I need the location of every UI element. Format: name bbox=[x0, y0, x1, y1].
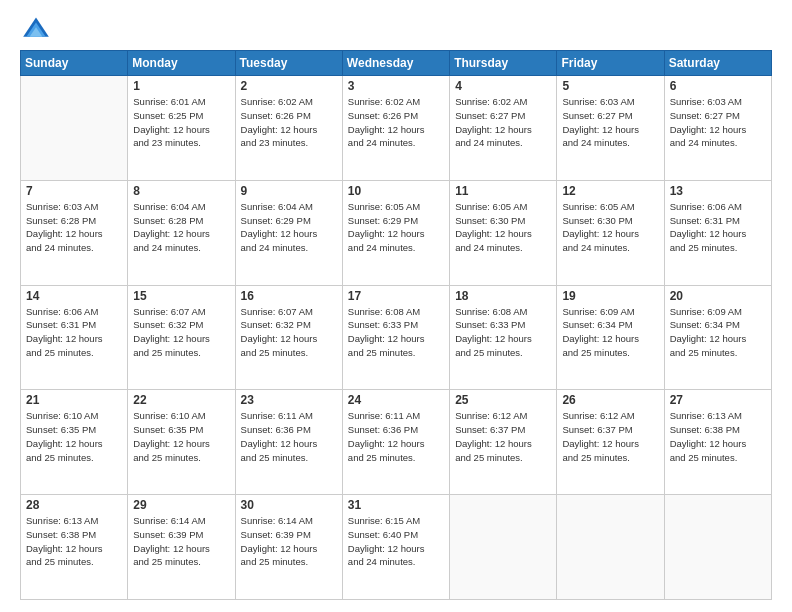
day-number: 12 bbox=[562, 184, 658, 198]
day-info: Sunrise: 6:04 AMSunset: 6:29 PMDaylight:… bbox=[241, 200, 337, 255]
day-number: 20 bbox=[670, 289, 766, 303]
day-info: Sunrise: 6:02 AMSunset: 6:26 PMDaylight:… bbox=[241, 95, 337, 150]
day-number: 30 bbox=[241, 498, 337, 512]
day-number: 24 bbox=[348, 393, 444, 407]
weekday-header: Sunday bbox=[21, 51, 128, 76]
day-number: 8 bbox=[133, 184, 229, 198]
day-number: 11 bbox=[455, 184, 551, 198]
day-number: 13 bbox=[670, 184, 766, 198]
calendar-cell: 20Sunrise: 6:09 AMSunset: 6:34 PMDayligh… bbox=[664, 285, 771, 390]
day-info: Sunrise: 6:09 AMSunset: 6:34 PMDaylight:… bbox=[562, 305, 658, 360]
calendar-cell: 22Sunrise: 6:10 AMSunset: 6:35 PMDayligh… bbox=[128, 390, 235, 495]
calendar-cell: 13Sunrise: 6:06 AMSunset: 6:31 PMDayligh… bbox=[664, 180, 771, 285]
day-info: Sunrise: 6:04 AMSunset: 6:28 PMDaylight:… bbox=[133, 200, 229, 255]
day-number: 16 bbox=[241, 289, 337, 303]
day-info: Sunrise: 6:09 AMSunset: 6:34 PMDaylight:… bbox=[670, 305, 766, 360]
calendar-table: SundayMondayTuesdayWednesdayThursdayFrid… bbox=[20, 50, 772, 600]
calendar-cell: 4Sunrise: 6:02 AMSunset: 6:27 PMDaylight… bbox=[450, 76, 557, 181]
day-number: 17 bbox=[348, 289, 444, 303]
calendar-cell: 2Sunrise: 6:02 AMSunset: 6:26 PMDaylight… bbox=[235, 76, 342, 181]
calendar-cell bbox=[450, 495, 557, 600]
day-number: 4 bbox=[455, 79, 551, 93]
weekday-header: Wednesday bbox=[342, 51, 449, 76]
day-number: 22 bbox=[133, 393, 229, 407]
day-number: 14 bbox=[26, 289, 122, 303]
calendar-cell: 18Sunrise: 6:08 AMSunset: 6:33 PMDayligh… bbox=[450, 285, 557, 390]
day-info: Sunrise: 6:03 AMSunset: 6:28 PMDaylight:… bbox=[26, 200, 122, 255]
day-number: 21 bbox=[26, 393, 122, 407]
day-info: Sunrise: 6:06 AMSunset: 6:31 PMDaylight:… bbox=[26, 305, 122, 360]
calendar-cell: 1Sunrise: 6:01 AMSunset: 6:25 PMDaylight… bbox=[128, 76, 235, 181]
day-info: Sunrise: 6:14 AMSunset: 6:39 PMDaylight:… bbox=[133, 514, 229, 569]
day-info: Sunrise: 6:06 AMSunset: 6:31 PMDaylight:… bbox=[670, 200, 766, 255]
day-number: 3 bbox=[348, 79, 444, 93]
day-number: 1 bbox=[133, 79, 229, 93]
calendar-cell: 9Sunrise: 6:04 AMSunset: 6:29 PMDaylight… bbox=[235, 180, 342, 285]
day-info: Sunrise: 6:08 AMSunset: 6:33 PMDaylight:… bbox=[348, 305, 444, 360]
day-info: Sunrise: 6:07 AMSunset: 6:32 PMDaylight:… bbox=[241, 305, 337, 360]
weekday-header: Saturday bbox=[664, 51, 771, 76]
day-number: 2 bbox=[241, 79, 337, 93]
calendar-cell bbox=[557, 495, 664, 600]
day-info: Sunrise: 6:05 AMSunset: 6:29 PMDaylight:… bbox=[348, 200, 444, 255]
day-number: 9 bbox=[241, 184, 337, 198]
day-number: 15 bbox=[133, 289, 229, 303]
day-number: 10 bbox=[348, 184, 444, 198]
calendar-cell: 19Sunrise: 6:09 AMSunset: 6:34 PMDayligh… bbox=[557, 285, 664, 390]
calendar-cell: 17Sunrise: 6:08 AMSunset: 6:33 PMDayligh… bbox=[342, 285, 449, 390]
day-info: Sunrise: 6:02 AMSunset: 6:26 PMDaylight:… bbox=[348, 95, 444, 150]
day-info: Sunrise: 6:15 AMSunset: 6:40 PMDaylight:… bbox=[348, 514, 444, 569]
calendar-cell: 6Sunrise: 6:03 AMSunset: 6:27 PMDaylight… bbox=[664, 76, 771, 181]
day-number: 5 bbox=[562, 79, 658, 93]
day-info: Sunrise: 6:11 AMSunset: 6:36 PMDaylight:… bbox=[348, 409, 444, 464]
calendar-cell: 27Sunrise: 6:13 AMSunset: 6:38 PMDayligh… bbox=[664, 390, 771, 495]
day-info: Sunrise: 6:05 AMSunset: 6:30 PMDaylight:… bbox=[562, 200, 658, 255]
day-info: Sunrise: 6:14 AMSunset: 6:39 PMDaylight:… bbox=[241, 514, 337, 569]
day-info: Sunrise: 6:12 AMSunset: 6:37 PMDaylight:… bbox=[562, 409, 658, 464]
calendar-cell: 28Sunrise: 6:13 AMSunset: 6:38 PMDayligh… bbox=[21, 495, 128, 600]
calendar-cell: 15Sunrise: 6:07 AMSunset: 6:32 PMDayligh… bbox=[128, 285, 235, 390]
header bbox=[20, 16, 772, 40]
calendar-cell: 29Sunrise: 6:14 AMSunset: 6:39 PMDayligh… bbox=[128, 495, 235, 600]
day-number: 26 bbox=[562, 393, 658, 407]
page: SundayMondayTuesdayWednesdayThursdayFrid… bbox=[0, 0, 792, 612]
day-number: 6 bbox=[670, 79, 766, 93]
day-info: Sunrise: 6:10 AMSunset: 6:35 PMDaylight:… bbox=[26, 409, 122, 464]
calendar-cell: 12Sunrise: 6:05 AMSunset: 6:30 PMDayligh… bbox=[557, 180, 664, 285]
calendar-cell: 24Sunrise: 6:11 AMSunset: 6:36 PMDayligh… bbox=[342, 390, 449, 495]
day-number: 25 bbox=[455, 393, 551, 407]
day-info: Sunrise: 6:12 AMSunset: 6:37 PMDaylight:… bbox=[455, 409, 551, 464]
calendar-cell: 30Sunrise: 6:14 AMSunset: 6:39 PMDayligh… bbox=[235, 495, 342, 600]
calendar-cell: 16Sunrise: 6:07 AMSunset: 6:32 PMDayligh… bbox=[235, 285, 342, 390]
calendar-cell: 31Sunrise: 6:15 AMSunset: 6:40 PMDayligh… bbox=[342, 495, 449, 600]
logo-icon bbox=[20, 16, 52, 40]
weekday-header: Friday bbox=[557, 51, 664, 76]
weekday-header: Tuesday bbox=[235, 51, 342, 76]
day-number: 29 bbox=[133, 498, 229, 512]
day-info: Sunrise: 6:13 AMSunset: 6:38 PMDaylight:… bbox=[26, 514, 122, 569]
day-info: Sunrise: 6:07 AMSunset: 6:32 PMDaylight:… bbox=[133, 305, 229, 360]
weekday-header: Monday bbox=[128, 51, 235, 76]
calendar-cell: 3Sunrise: 6:02 AMSunset: 6:26 PMDaylight… bbox=[342, 76, 449, 181]
calendar-cell: 11Sunrise: 6:05 AMSunset: 6:30 PMDayligh… bbox=[450, 180, 557, 285]
day-info: Sunrise: 6:13 AMSunset: 6:38 PMDaylight:… bbox=[670, 409, 766, 464]
calendar-cell bbox=[21, 76, 128, 181]
day-info: Sunrise: 6:03 AMSunset: 6:27 PMDaylight:… bbox=[562, 95, 658, 150]
day-number: 19 bbox=[562, 289, 658, 303]
day-info: Sunrise: 6:05 AMSunset: 6:30 PMDaylight:… bbox=[455, 200, 551, 255]
calendar-cell: 21Sunrise: 6:10 AMSunset: 6:35 PMDayligh… bbox=[21, 390, 128, 495]
day-info: Sunrise: 6:02 AMSunset: 6:27 PMDaylight:… bbox=[455, 95, 551, 150]
day-number: 31 bbox=[348, 498, 444, 512]
calendar-cell: 26Sunrise: 6:12 AMSunset: 6:37 PMDayligh… bbox=[557, 390, 664, 495]
day-number: 23 bbox=[241, 393, 337, 407]
calendar-cell bbox=[664, 495, 771, 600]
day-number: 27 bbox=[670, 393, 766, 407]
calendar-cell: 5Sunrise: 6:03 AMSunset: 6:27 PMDaylight… bbox=[557, 76, 664, 181]
day-info: Sunrise: 6:08 AMSunset: 6:33 PMDaylight:… bbox=[455, 305, 551, 360]
day-info: Sunrise: 6:11 AMSunset: 6:36 PMDaylight:… bbox=[241, 409, 337, 464]
calendar-cell: 7Sunrise: 6:03 AMSunset: 6:28 PMDaylight… bbox=[21, 180, 128, 285]
logo bbox=[20, 16, 58, 40]
day-number: 7 bbox=[26, 184, 122, 198]
calendar-cell: 10Sunrise: 6:05 AMSunset: 6:29 PMDayligh… bbox=[342, 180, 449, 285]
day-info: Sunrise: 6:01 AMSunset: 6:25 PMDaylight:… bbox=[133, 95, 229, 150]
